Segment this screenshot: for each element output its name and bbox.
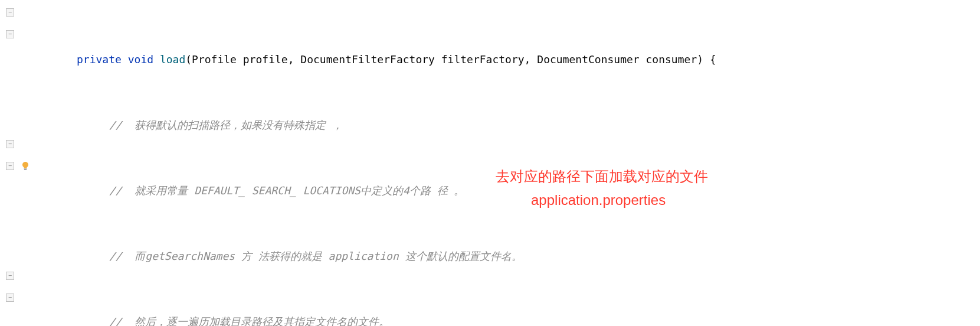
code-line: private void load(Profile profile, Docum…: [41, 48, 980, 70]
comment: // 获得默认的扫描路径，如果没有特殊指定 ，: [109, 119, 343, 131]
fold-marker-icon[interactable]: −: [6, 272, 14, 280]
fold-marker-icon[interactable]: −: [6, 140, 14, 148]
fold-marker-icon[interactable]: −: [6, 8, 14, 17]
lightbulb-icon[interactable]: [21, 161, 30, 170]
code-line: // 而getSearchNames 方 法获得的就是 application …: [41, 245, 980, 267]
method-name: load: [160, 53, 185, 66]
svg-rect-1: [24, 169, 27, 170]
code-line: // 获得默认的扫描路径，如果没有特殊指定 ，: [41, 114, 980, 136]
code-editor[interactable]: private void load(Profile profile, Docum…: [41, 0, 980, 326]
annotation-text: 去对应的路径下面加载对应的文件: [496, 165, 708, 187]
fold-marker-icon[interactable]: −: [6, 294, 14, 302]
fold-marker-icon[interactable]: −: [6, 162, 14, 170]
comment: // 而getSearchNames 方 法获得的就是 application …: [109, 250, 522, 262]
code-line: // 然后，逐一遍历加载目录路径及其指定文件名的文件。: [41, 311, 980, 326]
svg-rect-0: [24, 169, 27, 169]
comment: // 然后，逐一遍历加载目录路径及其指定文件名的文件。: [109, 315, 389, 326]
keyword: void: [128, 53, 153, 66]
code-text: (Profile profile, DocumentFilterFactory …: [185, 53, 716, 66]
fold-marker-icon[interactable]: −: [6, 30, 14, 38]
editor-gutter: − − − − − −: [0, 0, 41, 326]
annotation-text: application.properties: [531, 189, 666, 211]
keyword: private: [77, 53, 122, 66]
comment: // 就采用常量 DEFAULT_ SEARCH_ LOCATIONS中定义的4…: [109, 184, 464, 197]
